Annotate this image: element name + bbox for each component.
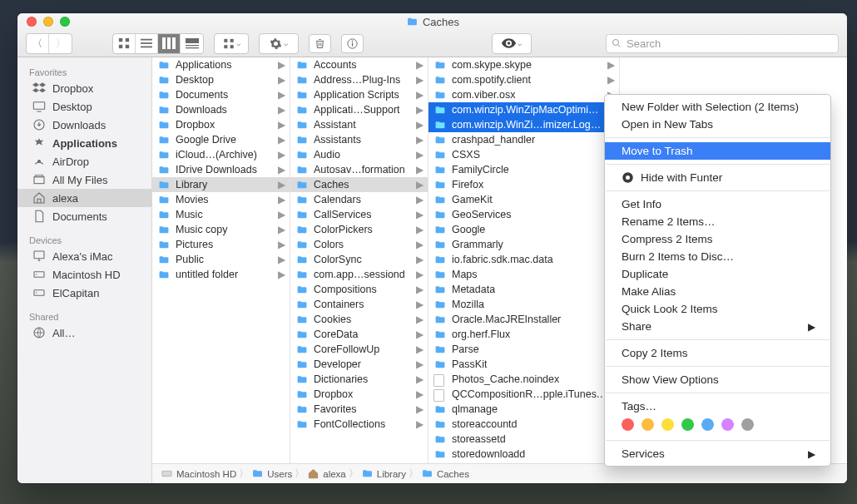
sidebar-item-airdrop[interactable]: AirDrop: [17, 152, 151, 170]
file-row[interactable]: QCCompositionR…pple.iTunes.cac: [428, 387, 619, 402]
file-row[interactable]: Pictures▶: [152, 237, 290, 252]
menu-item-move-to-trash[interactable]: Move to Trash: [605, 142, 830, 160]
file-row[interactable]: crashpad_handler▶: [428, 132, 619, 147]
file-row[interactable]: Grammarly▶: [428, 237, 619, 252]
tag-dot[interactable]: [661, 418, 674, 431]
file-row[interactable]: com.winzip.WinZipMacOptimizer▶: [428, 102, 619, 117]
menu-item-compress-2-items[interactable]: Compress 2 Items: [605, 230, 830, 248]
file-row[interactable]: Firefox▶: [428, 177, 619, 192]
file-row[interactable]: Accounts▶: [290, 57, 428, 72]
sidebar-item-all-[interactable]: All…: [17, 324, 151, 342]
file-row[interactable]: Dropbox▶: [152, 117, 290, 132]
tag-dot[interactable]: [681, 418, 694, 431]
file-row[interactable]: Compositions▶: [290, 282, 428, 297]
file-row[interactable]: PassKit▶: [428, 357, 619, 372]
search-field[interactable]: Search: [606, 34, 839, 53]
file-row[interactable]: com.skype.skype▶: [428, 57, 619, 72]
quicklook-button[interactable]: ⌵: [493, 34, 531, 53]
coverflow-view-button[interactable]: [181, 34, 203, 53]
file-row[interactable]: ColorPickers▶: [290, 222, 428, 237]
file-row[interactable]: com.winzip.WinZi…imizer.LoginHel▶: [428, 117, 619, 132]
sidebar-item-alexa-s-imac[interactable]: Alexa's iMac: [17, 247, 151, 265]
file-row[interactable]: Oracle.MacJREInstaller▶: [428, 312, 619, 327]
menu-item-make-alias[interactable]: Make Alias: [605, 283, 830, 300]
file-row[interactable]: untitled folder▶: [152, 267, 290, 282]
tag-dot[interactable]: [741, 418, 754, 431]
file-row[interactable]: com.spotify.client▶: [428, 72, 619, 87]
menu-item-get-info[interactable]: Get Info: [605, 195, 830, 213]
menu-item-services[interactable]: Services▶: [605, 445, 830, 462]
menu-item-rename-2-items-[interactable]: Rename 2 Items…: [605, 213, 830, 230]
menu-item-hide-with-funter[interactable]: Hide with Funter: [605, 169, 830, 186]
tag-dot[interactable]: [642, 418, 654, 431]
menu-item-new-folder-with-selection-2-items-[interactable]: New Folder with Selection (2 Items): [605, 98, 830, 116]
file-row[interactable]: Mozilla▶: [428, 297, 619, 312]
file-row[interactable]: Caches▶: [290, 177, 428, 192]
sidebar-item-macintosh-hd[interactable]: Macintosh HD: [17, 265, 151, 284]
file-row[interactable]: Movies▶: [152, 192, 290, 207]
file-row[interactable]: Google Drive▶: [152, 132, 290, 147]
file-row[interactable]: Audio▶: [290, 147, 428, 162]
file-row[interactable]: IDrive Downloads▶: [152, 162, 290, 177]
file-row[interactable]: org.herf.Flux▶: [428, 327, 619, 342]
file-row[interactable]: CoreFollowUp▶: [290, 342, 428, 357]
file-row[interactable]: Address…Plug-Ins▶: [290, 72, 428, 87]
file-row[interactable]: storeaccountd▶: [428, 417, 619, 432]
sidebar-item-elcapitan[interactable]: ElCapitan: [17, 284, 151, 302]
file-row[interactable]: Music▶: [152, 207, 290, 222]
file-row[interactable]: Desktop▶: [152, 72, 290, 87]
column-view-button[interactable]: [158, 34, 181, 53]
sidebar-item-downloads[interactable]: Downloads: [17, 116, 151, 134]
file-row[interactable]: Library▶: [152, 177, 290, 192]
sidebar-item-desktop[interactable]: Desktop: [17, 97, 151, 116]
path-segment[interactable]: Library: [361, 468, 406, 479]
file-row[interactable]: FamilyCircle▶: [428, 162, 619, 177]
file-row[interactable]: Google▶: [428, 222, 619, 237]
zoom-button[interactable]: [60, 17, 70, 27]
file-row[interactable]: CoreData▶: [290, 327, 428, 342]
file-row[interactable]: Dropbox▶: [290, 387, 428, 402]
tag-dot[interactable]: [701, 418, 714, 431]
file-row[interactable]: Dictionaries▶: [290, 372, 428, 387]
sidebar-item-alexa[interactable]: alexa: [17, 189, 151, 207]
path-segment[interactable]: Caches: [421, 468, 469, 479]
file-row[interactable]: CallServices▶: [290, 207, 428, 222]
file-row[interactable]: Maps▶: [428, 267, 619, 282]
file-row[interactable]: Metadata▶: [428, 282, 619, 297]
file-row[interactable]: Favorites▶: [290, 402, 428, 417]
file-row[interactable]: Parse▶: [428, 342, 619, 357]
trash-button[interactable]: [309, 34, 331, 53]
file-row[interactable]: Assistant▶: [290, 117, 428, 132]
sidebar-item-applications[interactable]: Applications: [17, 134, 151, 152]
sidebar-item-dropbox[interactable]: Dropbox: [17, 79, 151, 97]
file-row[interactable]: Colors▶: [290, 237, 428, 252]
file-row[interactable]: storedownloadd▶: [428, 447, 619, 462]
minimize-button[interactable]: [43, 17, 53, 27]
menu-item-quick-look-2-items[interactable]: Quick Look 2 Items: [605, 300, 830, 318]
menu-item-show-view-options[interactable]: Show View Options: [605, 371, 830, 388]
file-row[interactable]: Developer▶: [290, 357, 428, 372]
menu-item-copy-2-items[interactable]: Copy 2 Items: [605, 344, 830, 362]
file-row[interactable]: CSXS▶: [428, 147, 619, 162]
file-row[interactable]: Music copy▶: [152, 222, 290, 237]
sidebar-item-documents[interactable]: Documents: [17, 207, 151, 225]
file-row[interactable]: Containers▶: [290, 297, 428, 312]
path-segment[interactable]: Users: [251, 468, 292, 479]
file-row[interactable]: Assistants▶: [290, 132, 428, 147]
file-row[interactable]: Application Scripts▶: [290, 87, 428, 102]
path-segment[interactable]: alexa: [307, 467, 346, 480]
arrange-button[interactable]: ⌵: [215, 34, 248, 53]
file-row[interactable]: Autosav…formation▶: [290, 162, 428, 177]
file-row[interactable]: FontCollections▶: [290, 417, 428, 432]
tag-dot[interactable]: [622, 418, 634, 431]
file-row[interactable]: io.fabric.sdk.mac.data▶: [428, 252, 619, 267]
info-button[interactable]: [341, 34, 364, 53]
menu-item-tags-[interactable]: Tags…: [605, 398, 830, 415]
icon-view-button[interactable]: [113, 34, 136, 53]
close-button[interactable]: [27, 17, 37, 27]
back-button[interactable]: 〈: [27, 34, 49, 53]
file-row[interactable]: Documents▶: [152, 87, 290, 102]
menu-item-open-in-new-tabs[interactable]: Open in New Tabs: [605, 116, 830, 133]
list-view-button[interactable]: [136, 34, 158, 53]
file-row[interactable]: Applications▶: [152, 57, 290, 72]
